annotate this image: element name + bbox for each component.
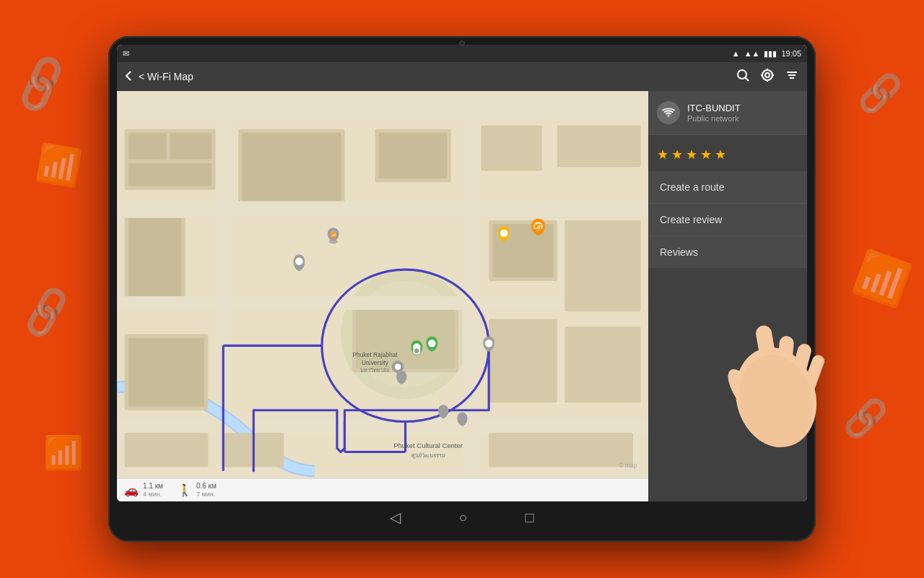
drive-stat: 🚗 1.1 км 4 мин.	[124, 482, 163, 499]
svg-rect-21	[481, 125, 542, 171]
svg-rect-22	[557, 125, 641, 167]
svg-rect-18	[242, 133, 341, 202]
svg-rect-36	[125, 433, 209, 467]
bottom-bar: 🚗 1.1 км 4 мин. 🚶 0.6 км 7 мин.	[117, 478, 648, 501]
svg-rect-41	[565, 220, 640, 311]
reviews-item[interactable]: Reviews	[648, 236, 807, 268]
drive-distance: 1.1 км	[143, 482, 163, 491]
svg-rect-24	[128, 217, 182, 301]
svg-text:Phuket Cultural Center: Phuket Cultural Center	[393, 441, 463, 449]
battery-icon: ▮▮▮	[764, 49, 777, 59]
star-5[interactable]: ★	[715, 147, 726, 163]
svg-text:มหาวิทยาลัย: มหาวิทยาลัย	[360, 367, 389, 374]
create-route-label: Create a route	[660, 181, 725, 193]
create-review-label: Create review	[660, 214, 722, 225]
svg-rect-43	[489, 433, 633, 467]
right-panel: ITC-BUNDIT Public network ★ ★ ★ ★ ★ Crea…	[648, 91, 807, 501]
star-3[interactable]: ★	[686, 147, 697, 163]
svg-point-57	[428, 340, 436, 348]
signal-icon: ▲	[732, 49, 740, 58]
svg-rect-42	[565, 327, 640, 402]
svg-rect-35	[128, 338, 204, 407]
create-route-item[interactable]: Create a route	[648, 171, 807, 204]
network-wifi-icon	[657, 101, 680, 124]
app-header: < Wi-Fi Map	[117, 62, 807, 91]
star-4[interactable]: ★	[700, 147, 712, 163]
walk-stat: 🚶 0.6 км 7 мин.	[178, 482, 217, 499]
back-button[interactable]	[126, 71, 131, 83]
rating-stars[interactable]: ★ ★ ★ ★ ★	[648, 135, 807, 168]
star-2[interactable]: ★	[671, 147, 683, 163]
svg-point-55	[500, 229, 508, 237]
star-1[interactable]: ★	[657, 147, 668, 163]
network-name: ITC-BUNDIT	[687, 103, 798, 113]
map-area[interactable]: 📶 📶	[117, 91, 648, 501]
svg-text:© map: © map	[619, 462, 637, 469]
walk-icon: 🚶	[178, 483, 192, 497]
svg-line-1	[746, 78, 749, 82]
svg-point-58	[485, 340, 493, 348]
network-info: ITC-BUNDIT Public network	[687, 103, 798, 123]
back-nav-button[interactable]: ◁	[390, 509, 401, 526]
svg-rect-32	[117, 418, 648, 434]
svg-point-60	[395, 364, 401, 370]
network-card: ITC-BUNDIT Public network	[648, 91, 807, 135]
status-bar: ✉ ▲ ▲▲ ▮▮▮ 19:05	[117, 45, 807, 62]
svg-rect-15	[170, 133, 212, 160]
email-icon: ✉	[123, 49, 129, 59]
context-menu: Create a route Create review Reviews	[648, 171, 807, 268]
svg-text:Phuket Rajabhat: Phuket Rajabhat	[352, 351, 398, 358]
tablet-screen: ✉ ▲ ▲▲ ▮▮▮ 19:05 < Wi-Fi Map	[117, 45, 807, 501]
create-review-item[interactable]: Create review	[648, 204, 807, 236]
time-display: 19:05	[781, 49, 801, 58]
car-icon: 🚗	[124, 483, 139, 497]
reviews-label: Reviews	[660, 246, 698, 258]
svg-text:📶: 📶	[331, 232, 336, 238]
svg-point-3	[765, 73, 770, 77]
walk-distance: 0.6 км	[196, 482, 217, 491]
search-button[interactable]	[736, 69, 749, 85]
camera	[459, 40, 465, 46]
drive-time: 4 мин.	[143, 491, 163, 499]
svg-point-52	[295, 257, 303, 265]
recents-nav-button[interactable]: □	[526, 509, 534, 526]
svg-point-66	[414, 348, 419, 353]
filter-button[interactable]	[785, 69, 798, 85]
svg-text:📶: 📶	[534, 223, 542, 231]
svg-text:University: University	[362, 359, 389, 366]
svg-rect-14	[128, 133, 167, 160]
tablet: ✉ ▲ ▲▲ ▮▮▮ 19:05 < Wi-Fi Map	[108, 36, 816, 542]
tablet-nav: ◁ ○ □	[117, 501, 807, 533]
walk-time: 7 мин.	[196, 491, 217, 499]
svg-rect-29	[117, 202, 648, 218]
app-title: < Wi-Fi Map	[139, 71, 193, 82]
wifi-status-icon: ▲▲	[744, 49, 760, 58]
svg-rect-40	[489, 319, 557, 403]
network-type: Public network	[687, 114, 798, 123]
svg-point-0	[738, 70, 746, 79]
svg-rect-20	[379, 133, 448, 178]
home-nav-button[interactable]: ○	[458, 509, 467, 526]
svg-rect-16	[128, 163, 212, 186]
svg-text:ศูนย์วัฒนธรรม: ศูนย์วัฒนธรรม	[411, 452, 445, 459]
svg-point-2	[762, 70, 772, 80]
main-content: 📶 📶	[117, 91, 807, 501]
location-button[interactable]	[761, 69, 774, 85]
